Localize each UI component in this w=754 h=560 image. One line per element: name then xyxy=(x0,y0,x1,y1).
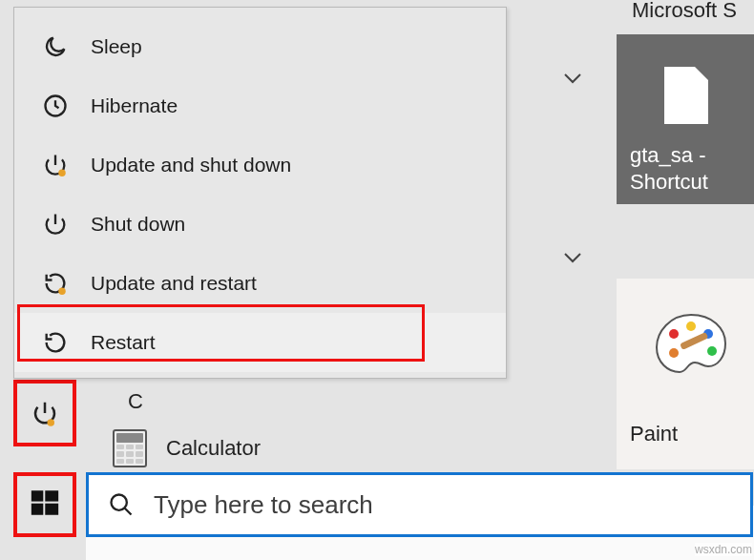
power-update-icon xyxy=(41,151,70,179)
svg-point-14 xyxy=(112,495,127,510)
svg-point-7 xyxy=(58,287,65,294)
chevron-down-icon[interactable] xyxy=(563,250,582,261)
tile-paint[interactable]: Paint xyxy=(617,279,754,469)
menu-item-label: Sleep xyxy=(91,35,142,58)
app-list-item-calculator[interactable]: Calculator xyxy=(113,429,261,467)
power-button[interactable] xyxy=(13,380,76,446)
paint-palette-icon xyxy=(653,311,729,376)
svg-rect-1 xyxy=(31,490,43,501)
svg-rect-2 xyxy=(45,490,58,501)
menu-item-update-restart[interactable]: Update and restart xyxy=(14,254,506,313)
search-placeholder: Type here to search xyxy=(154,490,373,520)
search-icon xyxy=(108,491,135,518)
svg-rect-3 xyxy=(31,504,43,515)
app-list-item-label: Calculator xyxy=(166,436,261,461)
clock-icon xyxy=(41,92,70,120)
svg-point-11 xyxy=(707,346,717,356)
menu-item-restart[interactable]: Restart xyxy=(14,313,506,372)
menu-item-shutdown[interactable]: Shut down xyxy=(14,195,506,254)
restart-update-icon xyxy=(41,269,70,298)
moon-icon xyxy=(41,32,70,61)
watermark: wsxdn.com xyxy=(695,543,752,556)
start-tile-panel: Microsoft S gta_sa - Shortcut Paint xyxy=(601,0,754,506)
menu-item-label: Update and shut down xyxy=(91,154,291,176)
tile-label: gta_sa - xyxy=(630,143,706,168)
tile-gta-shortcut[interactable]: gta_sa - Shortcut xyxy=(617,34,754,204)
menu-item-update-shutdown[interactable]: Update and shut down xyxy=(14,135,506,195)
start-button[interactable] xyxy=(13,472,76,537)
menu-item-label: Update and restart xyxy=(91,272,257,295)
tile-label: Paint xyxy=(630,422,678,446)
chevron-down-icon[interactable] xyxy=(563,71,582,82)
svg-rect-4 xyxy=(45,504,58,515)
menu-item-sleep[interactable]: Sleep xyxy=(14,17,506,76)
power-update-icon xyxy=(31,399,59,427)
menu-item-label: Shut down xyxy=(91,213,185,236)
menu-item-hibernate[interactable]: Hibernate xyxy=(14,76,506,135)
tile-group-label[interactable]: Microsoft S xyxy=(632,0,737,23)
document-icon xyxy=(664,67,708,124)
svg-point-8 xyxy=(669,329,679,339)
menu-item-label: Restart xyxy=(91,331,156,354)
power-options-menu: Sleep Hibernate Update and shut down Shu… xyxy=(13,7,507,379)
restart-icon xyxy=(41,328,70,357)
menu-item-label: Hibernate xyxy=(91,94,178,117)
svg-point-0 xyxy=(48,419,55,426)
windows-logo-icon xyxy=(29,487,61,523)
svg-point-6 xyxy=(58,169,65,176)
svg-point-12 xyxy=(669,348,679,358)
svg-point-9 xyxy=(686,321,696,331)
tile-label: Shortcut xyxy=(630,170,708,195)
power-icon xyxy=(41,210,70,239)
taskbar-search[interactable]: Type here to search xyxy=(86,472,753,537)
app-list-letter-header[interactable]: C xyxy=(128,389,143,414)
calculator-icon xyxy=(113,429,147,467)
